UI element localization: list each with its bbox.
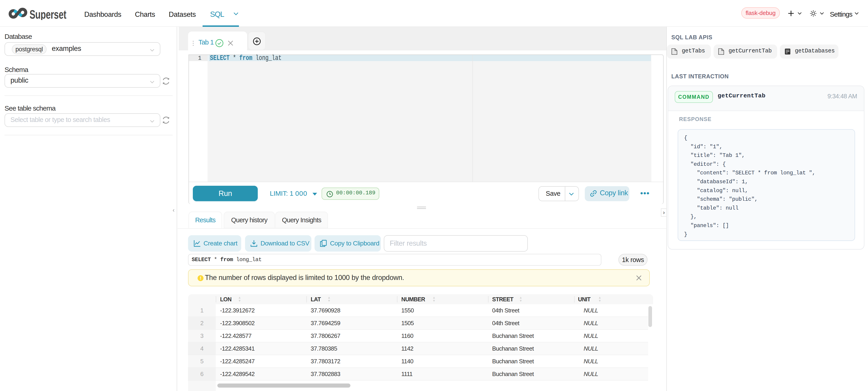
svg-text:Superset: Superset <box>30 7 66 20</box>
